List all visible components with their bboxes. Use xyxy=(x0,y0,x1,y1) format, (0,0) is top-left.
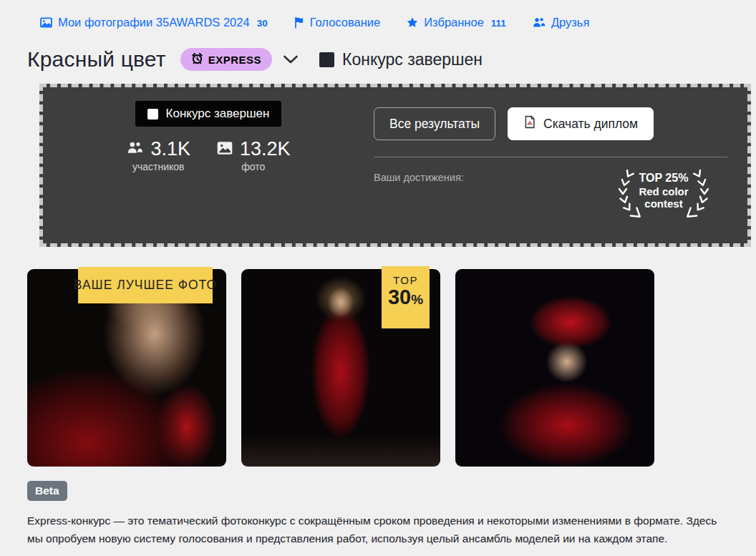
nav-my-photos-count: 30 xyxy=(257,16,268,29)
contest-stats: 3.1K участников 13.2K фото xyxy=(126,138,290,172)
photo-gallery: ВАШЕ ЛУЧШЕЕ ФОТО TOP 30% xyxy=(27,269,756,467)
beta-badge: Beta xyxy=(27,481,67,501)
award-line3: contest xyxy=(616,197,712,210)
top30-overlay: TOP 30% xyxy=(382,266,430,328)
top25-award-badge: TOP 25% Red color contest xyxy=(616,167,712,221)
flag-icon xyxy=(294,16,305,29)
image-icon xyxy=(39,16,53,29)
banner-right-column: Все результаты Скачать диплом Ваши дости… xyxy=(374,87,747,243)
page-header: Красный цвет EXPRESS Конкурс завершен xyxy=(27,47,756,72)
alarm-clock-icon xyxy=(191,52,203,67)
nav-voting[interactable]: Голосование xyxy=(294,16,381,29)
participants-label: участников xyxy=(132,161,185,172)
download-diploma-label: Скачать диплом xyxy=(543,117,638,132)
top30-value: 30 xyxy=(388,286,411,308)
all-results-button[interactable]: Все результаты xyxy=(374,107,495,140)
contest-finished-label: Конкурс завершен xyxy=(166,107,270,121)
photo-card-best[interactable]: ВАШЕ ЛУЧШЕЕ ФОТО xyxy=(27,269,226,467)
nav-friends[interactable]: Друзья xyxy=(532,16,590,29)
chevron-down-icon[interactable] xyxy=(283,55,299,64)
banner-left-column: Конкурс завершен 3.1K участников 13.2K ф… xyxy=(43,87,374,243)
nav-voting-label: Голосование xyxy=(310,16,381,29)
nav-favorites-label: Избранное xyxy=(424,16,484,29)
page-title: Красный цвет xyxy=(27,47,166,72)
white-square-icon xyxy=(147,109,158,120)
top-nav: Мои фотографии 35AWARDS 2024 30 Голосова… xyxy=(0,0,756,29)
image-icon xyxy=(216,141,233,158)
stat-photos: 13.2K фото xyxy=(216,138,291,172)
download-diploma-button[interactable]: Скачать диплом xyxy=(508,107,654,140)
top30-label: TOP xyxy=(393,274,418,286)
express-contest-description: Express-конкурс — это тематический фоток… xyxy=(27,512,733,547)
banner-divider xyxy=(374,157,727,157)
contest-status-text: Конкурс завершен xyxy=(342,50,483,69)
participants-count: 3.1K xyxy=(150,138,190,160)
express-badge-label: EXPRESS xyxy=(208,54,261,66)
photo-card-top30[interactable]: TOP 30% xyxy=(241,269,440,467)
stat-participants: 3.1K участников xyxy=(126,138,190,172)
best-photo-overlay: ВАШЕ ЛУЧШЕЕ ФОТО xyxy=(78,267,213,303)
contest-finished-badge: Конкурс завершен xyxy=(135,101,282,127)
nav-my-photos[interactable]: Мои фотографии 35AWARDS 2024 30 xyxy=(39,16,268,29)
award-line2: Red color xyxy=(616,185,712,197)
pdf-file-icon xyxy=(523,115,536,132)
nav-friends-label: Друзья xyxy=(551,16,590,29)
nav-my-photos-label: Мои фотографии 35AWARDS 2024 xyxy=(58,16,250,29)
star-icon xyxy=(406,16,419,29)
photos-label: фото xyxy=(241,161,265,172)
express-badge: EXPRESS xyxy=(180,48,272,71)
photos-count: 13.2K xyxy=(240,138,291,160)
all-results-label: Все результаты xyxy=(389,117,480,132)
achievements-label: Ваши достижения: xyxy=(374,167,464,221)
top30-percent: % xyxy=(411,292,423,307)
award-line1: TOP 25% xyxy=(616,172,712,185)
users-icon xyxy=(532,16,546,29)
nav-favorites-count: 111 xyxy=(491,16,506,29)
contest-banner: Конкурс завершен 3.1K участников 13.2K ф… xyxy=(39,84,751,247)
status-square-icon xyxy=(319,52,334,67)
users-icon xyxy=(126,140,144,158)
nav-favorites[interactable]: Избранное 111 xyxy=(406,16,506,29)
photo-card-baby[interactable] xyxy=(455,269,654,467)
